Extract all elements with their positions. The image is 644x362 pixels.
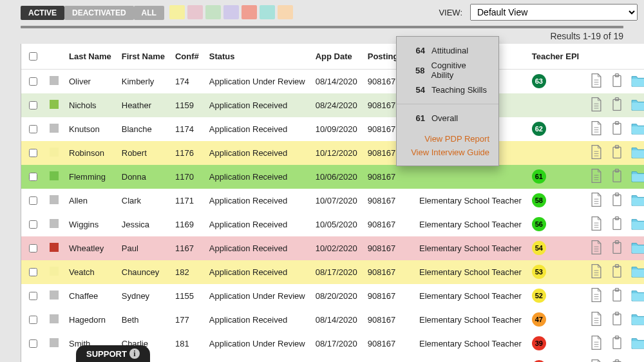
- row-color[interactable]: [50, 171, 59, 180]
- epi-badge[interactable]: 62: [532, 122, 546, 136]
- epi-badge[interactable]: 63: [532, 74, 546, 88]
- clipboard-icon[interactable]: [610, 97, 624, 114]
- status-pill-all[interactable]: ALL: [134, 6, 164, 20]
- clipboard-icon[interactable]: [610, 359, 624, 363]
- document-icon[interactable]: [589, 192, 603, 209]
- clipboard-icon[interactable]: [610, 192, 624, 209]
- document-icon[interactable]: [589, 240, 603, 257]
- row-color[interactable]: [50, 243, 59, 252]
- row-checkbox[interactable]: [29, 196, 37, 205]
- document-icon[interactable]: [589, 120, 603, 138]
- clipboard-icon[interactable]: [610, 168, 624, 186]
- row-checkbox[interactable]: [29, 77, 37, 86]
- pdp-report-link[interactable]: View PDP Report: [397, 132, 498, 146]
- table-row[interactable]: VeatchChauncey182Application Received08/…: [21, 260, 644, 284]
- color-swatch[interactable]: [205, 5, 221, 19]
- table-row[interactable]: HagedornBeth177Application Received08/14…: [21, 308, 644, 332]
- select-all-checkbox[interactable]: [29, 52, 37, 61]
- row-checkbox[interactable]: [29, 292, 37, 300]
- document-icon[interactable]: [589, 287, 603, 305]
- folder-icon[interactable]: [630, 265, 644, 280]
- folder-icon[interactable]: [630, 169, 644, 184]
- folder-icon[interactable]: [630, 289, 644, 303]
- document-icon[interactable]: [589, 311, 603, 329]
- document-icon[interactable]: [589, 359, 603, 363]
- row-color[interactable]: [50, 148, 59, 157]
- folder-icon[interactable]: [630, 146, 644, 160]
- folder-icon[interactable]: [630, 98, 644, 113]
- epi-badge[interactable]: 39: [532, 336, 546, 350]
- clipboard-icon[interactable]: [610, 144, 624, 162]
- row-checkbox[interactable]: [29, 244, 37, 252]
- folder-icon[interactable]: [630, 122, 644, 137]
- row-checkbox[interactable]: [29, 101, 37, 110]
- folder-icon[interactable]: [630, 241, 644, 256]
- row-color[interactable]: [50, 314, 59, 323]
- row-color[interactable]: [50, 76, 59, 85]
- clipboard-icon[interactable]: [610, 335, 624, 352]
- epi-badge[interactable]: 58: [532, 193, 546, 207]
- row-checkbox[interactable]: [29, 220, 37, 229]
- row-checkbox[interactable]: [29, 316, 37, 324]
- clipboard-icon[interactable]: [610, 120, 624, 138]
- clipboard-icon[interactable]: [610, 263, 624, 281]
- col-first[interactable]: First Name: [117, 44, 170, 70]
- clipboard-icon[interactable]: [610, 240, 624, 257]
- color-swatch[interactable]: [223, 5, 239, 19]
- color-swatch[interactable]: [169, 5, 185, 19]
- row-checkbox[interactable]: [29, 173, 37, 181]
- row-checkbox[interactable]: [29, 268, 37, 276]
- color-swatch[interactable]: [278, 5, 293, 19]
- folder-icon[interactable]: [630, 193, 644, 208]
- clipboard-icon[interactable]: [610, 216, 624, 233]
- epi-badge[interactable]: 56: [532, 217, 546, 231]
- row-color[interactable]: [50, 291, 59, 300]
- document-icon[interactable]: [589, 335, 603, 352]
- row-color[interactable]: [50, 267, 59, 276]
- table-row[interactable]: AllenClark1171Application Received10/07/…: [21, 189, 644, 213]
- clipboard-icon[interactable]: [610, 287, 624, 305]
- support-button[interactable]: SUPPORT i: [76, 345, 150, 362]
- document-icon[interactable]: [589, 73, 603, 90]
- col-conf[interactable]: Conf#: [170, 44, 204, 70]
- color-swatch[interactable]: [187, 5, 203, 19]
- table-row[interactable]: NicholsHeather1159Application Received08…: [21, 93, 644, 117]
- document-icon[interactable]: [589, 97, 603, 114]
- color-swatch[interactable]: [242, 5, 257, 19]
- row-color[interactable]: [50, 124, 59, 133]
- col-last[interactable]: Last Name: [64, 44, 117, 70]
- status-pill-deactivated[interactable]: DEACTIVATED: [64, 6, 134, 20]
- table-row[interactable]: FlemmingDonna1170Application Received10/…: [21, 165, 644, 189]
- table-row[interactable]: ChaffeeSydney1155Application Under Revie…: [21, 284, 644, 308]
- table-row[interactable]: WigginsJessica1169Application Received10…: [21, 213, 644, 236]
- table-row[interactable]: OliverKimberly174Application Under Revie…: [21, 70, 644, 93]
- row-color[interactable]: [50, 100, 59, 109]
- epi-badge[interactable]: 54: [532, 241, 546, 255]
- clipboard-icon[interactable]: [610, 311, 624, 329]
- folder-icon[interactable]: [630, 336, 644, 351]
- col-status[interactable]: Status: [204, 44, 310, 70]
- col-epi[interactable]: Teacher EPI: [527, 44, 584, 70]
- epi-badge[interactable]: 52: [532, 289, 546, 303]
- folder-icon[interactable]: [630, 74, 644, 89]
- color-swatch[interactable]: [260, 5, 275, 19]
- clipboard-icon[interactable]: [610, 73, 624, 90]
- epi-badge[interactable]: 53: [532, 265, 546, 279]
- epi-badge[interactable]: 47: [532, 312, 546, 327]
- row-checkbox[interactable]: [29, 125, 37, 133]
- row-color[interactable]: [50, 195, 59, 204]
- epi-badge[interactable]: 61: [532, 169, 546, 184]
- folder-icon[interactable]: [630, 312, 644, 327]
- document-icon[interactable]: [589, 168, 603, 186]
- table-row[interactable]: WheatleyPaul1167Application Received10/0…: [21, 236, 644, 260]
- document-icon[interactable]: [589, 216, 603, 233]
- folder-icon[interactable]: [630, 360, 644, 363]
- row-checkbox[interactable]: [29, 149, 37, 157]
- table-row[interactable]: KnutsonBlanche1174Application Received10…: [21, 117, 644, 141]
- document-icon[interactable]: [589, 263, 603, 281]
- row-color[interactable]: [50, 219, 59, 228]
- interview-guide-link[interactable]: View Interview Guide: [397, 146, 498, 159]
- view-select[interactable]: Default View: [470, 4, 638, 21]
- row-color[interactable]: [50, 338, 59, 347]
- folder-icon[interactable]: [630, 217, 644, 232]
